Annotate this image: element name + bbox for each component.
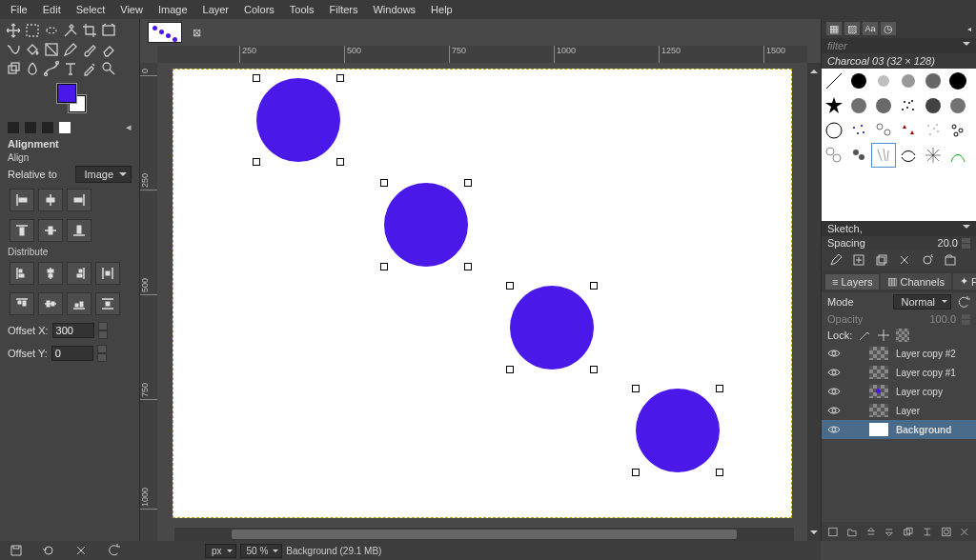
- new-brush-icon[interactable]: [852, 253, 865, 267]
- align-hcenter-button[interactable]: [38, 189, 63, 211]
- layer-row[interactable]: Background: [822, 420, 976, 439]
- warp-tool[interactable]: [6, 42, 21, 57]
- refresh-brush-icon[interactable]: [921, 253, 934, 267]
- selection-handle[interactable]: [253, 158, 260, 166]
- delete-layer-icon[interactable]: [959, 526, 970, 538]
- menu-view[interactable]: View: [113, 2, 150, 17]
- vertical-scrollbar[interactable]: [807, 63, 821, 541]
- raise-layer-icon[interactable]: [865, 526, 877, 538]
- fonts-tab[interactable]: Aa: [863, 22, 878, 35]
- rect-select-tool[interactable]: [25, 23, 40, 38]
- selection-handle[interactable]: [336, 158, 344, 166]
- clone-tool[interactable]: [6, 61, 21, 76]
- selection-handle[interactable]: [632, 385, 640, 392]
- menu-image[interactable]: Image: [152, 2, 194, 17]
- selection-handle[interactable]: [590, 366, 598, 373]
- pencil-tool[interactable]: [63, 42, 78, 57]
- move-tool[interactable]: [6, 23, 21, 38]
- selection-handle[interactable]: [464, 179, 472, 187]
- menu-edit[interactable]: Edit: [36, 2, 68, 17]
- brush-grid[interactable]: [822, 69, 976, 221]
- eraser-tool[interactable]: [101, 42, 116, 57]
- history-tab[interactable]: ◷: [881, 22, 896, 35]
- selection-handle[interactable]: [380, 263, 388, 270]
- align-bottom-button[interactable]: [67, 219, 92, 242]
- lower-layer-icon[interactable]: [884, 526, 895, 538]
- lock-position-icon[interactable]: [877, 329, 890, 342]
- delete-brush-icon[interactable]: [898, 253, 911, 267]
- layer-row[interactable]: Layer copy: [822, 382, 976, 401]
- brush-filter-input[interactable]: filter: [822, 38, 976, 53]
- transform-tool[interactable]: [101, 23, 116, 38]
- align-top-button[interactable]: [10, 219, 34, 242]
- text-tool[interactable]: [63, 61, 78, 76]
- lock-pixels-icon[interactable]: [858, 329, 871, 342]
- dist-hgap-button[interactable]: [95, 262, 120, 285]
- dock-menu-icon[interactable]: ◂: [967, 25, 971, 33]
- mask-layer-icon[interactable]: [941, 526, 952, 538]
- dist-right-button[interactable]: [67, 262, 92, 285]
- opt-tab-4[interactable]: [59, 122, 71, 133]
- mode-reset-icon[interactable]: [957, 295, 970, 309]
- horizontal-scrollbar[interactable]: [174, 528, 794, 541]
- spacing-value[interactable]: 20.0: [938, 237, 958, 249]
- align-left-button[interactable]: [10, 189, 34, 211]
- offset-x-input[interactable]: [52, 323, 94, 338]
- duplicate-brush-icon[interactable]: [875, 253, 888, 267]
- restore-options-icon[interactable]: [42, 544, 55, 557]
- canvas[interactable]: [157, 63, 807, 541]
- offset-y-input[interactable]: [51, 346, 93, 361]
- selection-handle[interactable]: [506, 282, 514, 290]
- layer-row[interactable]: Layer: [822, 401, 976, 420]
- zoom-tool[interactable]: [101, 61, 116, 76]
- selection-handle[interactable]: [253, 74, 260, 82]
- menu-file[interactable]: File: [4, 2, 34, 17]
- menu-help[interactable]: Help: [424, 2, 459, 17]
- menu-select[interactable]: Select: [70, 2, 112, 17]
- paths-tab[interactable]: ✦Paths: [953, 273, 976, 290]
- ruler-horizontal[interactable]: 250 500 750 1000 1250 1500: [157, 46, 807, 63]
- selection-handle[interactable]: [336, 74, 344, 82]
- layer-row[interactable]: Layer copy #1: [822, 363, 976, 382]
- ruler-vertical[interactable]: 0 250 500 750 1000: [140, 63, 157, 541]
- patterns-tab[interactable]: ▨: [844, 22, 860, 35]
- new-layer-icon[interactable]: [827, 526, 839, 538]
- dist-bottom-button[interactable]: [67, 292, 92, 315]
- dist-top-button[interactable]: [10, 292, 34, 315]
- crop-tool[interactable]: [82, 23, 97, 38]
- align-right-button[interactable]: [67, 189, 92, 211]
- menu-colors[interactable]: Colors: [237, 2, 281, 17]
- brushes-tab[interactable]: ▦: [826, 22, 842, 35]
- path-tool[interactable]: [44, 61, 59, 76]
- fuzzy-select-tool[interactable]: [63, 23, 78, 38]
- document-tab[interactable]: [148, 22, 182, 43]
- selection-handle[interactable]: [380, 179, 388, 187]
- visibility-icon[interactable]: [827, 423, 841, 436]
- selection-handle[interactable]: [716, 469, 723, 476]
- opacity-spinner[interactable]: [962, 314, 970, 325]
- close-tab-icon[interactable]: ⊠: [188, 24, 205, 41]
- align-vcenter-button[interactable]: [38, 219, 63, 242]
- free-select-tool[interactable]: [44, 23, 59, 38]
- gradient-tool[interactable]: [44, 42, 59, 57]
- fg-color-swatch[interactable]: [57, 84, 76, 103]
- opt-tab-2[interactable]: [25, 122, 36, 133]
- duplicate-layer-icon[interactable]: [903, 526, 914, 538]
- visibility-icon[interactable]: [827, 385, 841, 398]
- open-brush-icon[interactable]: [944, 253, 957, 267]
- menu-filters[interactable]: Filters: [323, 2, 365, 17]
- selection-handle[interactable]: [464, 263, 472, 270]
- channels-tab[interactable]: ▥Channels: [881, 273, 950, 290]
- offset-y-spinner[interactable]: [97, 345, 107, 362]
- zoom-dropdown[interactable]: 50 %: [240, 544, 283, 558]
- opacity-value[interactable]: 100.0: [929, 313, 956, 325]
- menu-tools[interactable]: Tools: [283, 2, 321, 17]
- bucket-tool[interactable]: [25, 42, 40, 57]
- selection-handle[interactable]: [506, 366, 514, 373]
- dist-left-button[interactable]: [10, 262, 34, 285]
- selection-handle[interactable]: [632, 469, 640, 476]
- unit-dropdown[interactable]: px: [205, 544, 236, 558]
- delete-options-icon[interactable]: [74, 544, 88, 557]
- selected-brush[interactable]: [871, 143, 896, 168]
- options-menu-icon[interactable]: ◂: [126, 121, 132, 133]
